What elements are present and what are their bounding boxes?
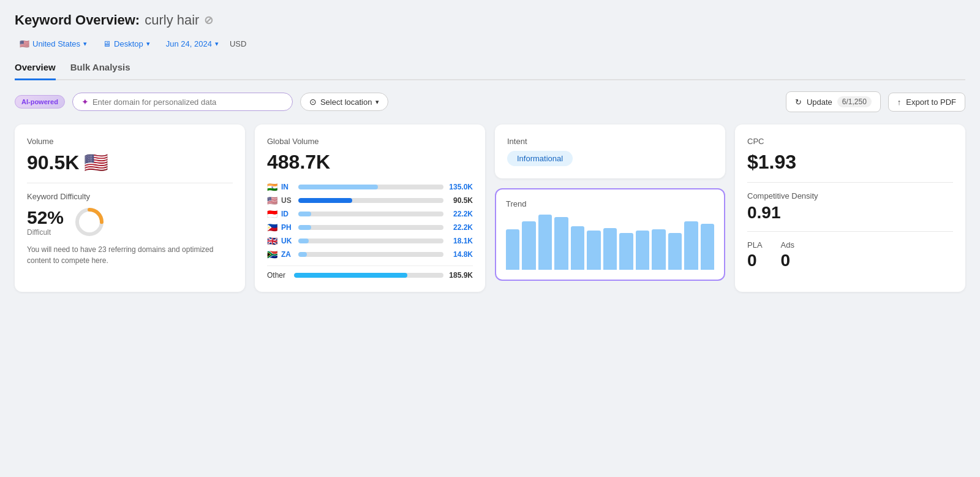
trend-label: Trend bbox=[506, 199, 714, 208]
global-volume-label: Global Volume bbox=[267, 137, 473, 146]
za-flag-icon: 🇿🇦 bbox=[267, 250, 277, 259]
location-control[interactable]: 🇺🇸 United States ▾ bbox=[15, 37, 92, 51]
kd-level: Difficult bbox=[27, 228, 64, 237]
export-pdf-button[interactable]: ↑ Export to PDF bbox=[888, 93, 965, 112]
cpc-card: CPC $1.93 Competitive Density 0.91 PLA 0… bbox=[735, 124, 965, 292]
location-label: United States bbox=[32, 39, 80, 48]
us-flag-icon: 🇺🇸 bbox=[20, 39, 29, 48]
volume-kd-card: Volume 90.5K 🇺🇸 Keyword Difficulty 52% D… bbox=[15, 124, 245, 292]
chevron-down-icon: ▾ bbox=[83, 40, 87, 48]
country-row-in: 🇮🇳 IN 135.0K bbox=[267, 182, 473, 192]
bar-in bbox=[298, 185, 378, 189]
country-row-za: 🇿🇦 ZA 14.8K bbox=[267, 250, 473, 259]
trend-bar bbox=[684, 221, 698, 270]
export-btn-label: Export to PDF bbox=[906, 97, 956, 107]
bar-za bbox=[298, 252, 307, 257]
update-button[interactable]: ↻ Update 6/1,250 bbox=[786, 91, 881, 112]
country-val-us: 90.5K bbox=[447, 196, 473, 205]
bar-id bbox=[298, 212, 311, 216]
country-code-us: US bbox=[281, 196, 295, 205]
trend-bar bbox=[668, 233, 682, 270]
device-label: Desktop bbox=[114, 39, 143, 48]
kd-percent: 52% bbox=[27, 207, 64, 228]
trend-bar bbox=[522, 221, 535, 270]
page-title: Keyword Overview: curly hair ⊘ bbox=[15, 12, 965, 28]
country-val-za: 14.8K bbox=[447, 250, 473, 259]
ai-powered-badge: AI-powered bbox=[15, 95, 65, 109]
trend-chart bbox=[506, 215, 714, 270]
trend-card: Trend bbox=[495, 188, 725, 281]
kd-row: 52% Difficult bbox=[27, 206, 233, 238]
trend-bar bbox=[701, 224, 714, 270]
tabs-row: Overview Bulk Analysis bbox=[15, 62, 965, 80]
global-volume-card: Global Volume 488.7K 🇮🇳 IN 135.0K 🇺🇸 US … bbox=[255, 124, 485, 292]
ads-value: 0 bbox=[781, 251, 794, 270]
country-row-id: 🇮🇩 ID 22.2K bbox=[267, 209, 473, 219]
global-volume-value: 488.7K bbox=[267, 151, 473, 174]
cd-value: 0.91 bbox=[747, 203, 953, 223]
refresh-icon: ↻ bbox=[795, 97, 802, 107]
chevron-down-icon: ▾ bbox=[375, 98, 379, 106]
tab-bulk-analysis[interactable]: Bulk Analysis bbox=[70, 62, 130, 80]
cards-grid: Volume 90.5K 🇺🇸 Keyword Difficulty 52% D… bbox=[15, 124, 965, 292]
device-control[interactable]: 🖥 Desktop ▾ bbox=[98, 37, 155, 51]
update-counter: 6/1,250 bbox=[837, 96, 872, 107]
uk-flag-icon: 🇬🇧 bbox=[267, 236, 277, 246]
country-val-ph: 22.2K bbox=[447, 223, 473, 232]
domain-input[interactable] bbox=[92, 97, 284, 107]
trend-bar bbox=[554, 217, 568, 270]
ph-flag-icon: 🇵🇭 bbox=[267, 223, 277, 232]
bar-other bbox=[294, 273, 407, 278]
country-row-ph: 🇵🇭 PH 22.2K bbox=[267, 223, 473, 232]
date-label: Jun 24, 2024 bbox=[166, 39, 212, 48]
kd-donut-chart bbox=[74, 206, 105, 238]
trend-bar bbox=[506, 229, 519, 270]
country-val-in: 135.0K bbox=[447, 183, 473, 191]
pla-value: 0 bbox=[747, 251, 763, 270]
tab-overview[interactable]: Overview bbox=[15, 62, 56, 80]
bar-us bbox=[298, 198, 352, 203]
country-code-uk: UK bbox=[281, 237, 295, 245]
ads-item: Ads 0 bbox=[781, 240, 794, 270]
country-row-uk: 🇬🇧 UK 18.1K bbox=[267, 236, 473, 246]
country-code-id: ID bbox=[281, 210, 295, 218]
cpc-value: $1.93 bbox=[747, 151, 953, 174]
us-flag-icon: 🇺🇸 bbox=[267, 196, 277, 205]
pla-ads-row: PLA 0 Ads 0 bbox=[747, 240, 953, 270]
title-keyword: curly hair bbox=[145, 12, 199, 28]
pla-label: PLA bbox=[747, 240, 763, 250]
country-rows: 🇮🇳 IN 135.0K 🇺🇸 US 90.5K 🇮🇩 ID 22.2K bbox=[267, 182, 473, 280]
india-flag-icon: 🇮🇳 bbox=[267, 182, 277, 192]
title-prefix: Keyword Overview: bbox=[15, 12, 140, 28]
cd-label: Competitive Density bbox=[747, 191, 953, 200]
intent-trend-col: Intent Informational Trend bbox=[495, 124, 725, 292]
country-val-id: 22.2K bbox=[447, 210, 473, 218]
sparkle-icon: ✦ bbox=[81, 97, 89, 107]
us-flag-icon: 🇺🇸 bbox=[84, 151, 108, 174]
chevron-down-icon: ▾ bbox=[146, 40, 150, 48]
other-row: Other 185.9K bbox=[267, 265, 473, 280]
ads-label: Ads bbox=[781, 240, 794, 250]
trend-bar bbox=[652, 229, 665, 270]
country-val-uk: 18.1K bbox=[447, 237, 473, 245]
id-flag-icon: 🇮🇩 bbox=[267, 209, 277, 219]
upload-icon: ↑ bbox=[897, 97, 902, 107]
domain-input-wrap[interactable]: ✦ bbox=[72, 93, 293, 111]
trend-bar bbox=[636, 231, 649, 270]
trend-bar bbox=[538, 215, 552, 270]
volume-label: Volume bbox=[27, 137, 233, 146]
select-location-button[interactable]: ⊙ Select location ▾ bbox=[300, 93, 389, 111]
verified-icon: ⊘ bbox=[204, 13, 213, 27]
cpc-label: CPC bbox=[747, 137, 953, 146]
trend-bar bbox=[587, 231, 600, 270]
location-btn-label: Select location bbox=[320, 97, 372, 107]
toolbar-row: AI-powered ✦ ⊙ Select location ▾ ↻ Updat… bbox=[15, 91, 965, 112]
location-pin-icon: ⊙ bbox=[309, 97, 317, 107]
trend-bar bbox=[571, 226, 584, 270]
kd-description: You will need to have 23 referring domai… bbox=[27, 244, 233, 266]
country-code-za: ZA bbox=[281, 250, 295, 259]
trend-bar bbox=[619, 233, 633, 270]
date-control[interactable]: Jun 24, 2024 ▾ bbox=[161, 37, 224, 51]
country-row-us: 🇺🇸 US 90.5K bbox=[267, 196, 473, 205]
intent-label: Intent bbox=[507, 137, 713, 146]
